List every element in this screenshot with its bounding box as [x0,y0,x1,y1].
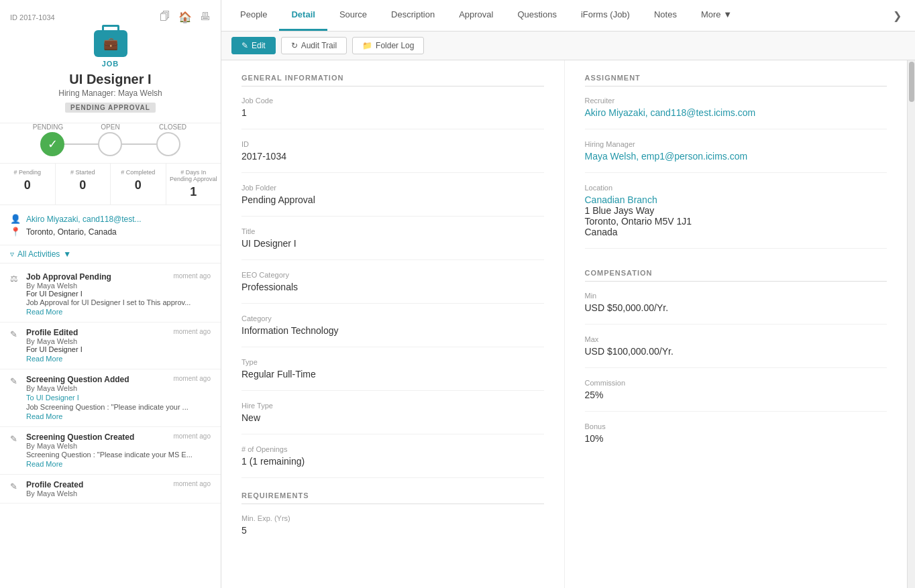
requirements-section: REQUIREMENTS Min. Exp. (Yrs) 5 [241,491,544,546]
progress-dot-1 [98,132,122,156]
stat-completed-value: 0 [113,178,163,192]
field-label-min-comp: Min [585,292,887,300]
activity-for-0: For UI Designer I [26,290,211,298]
tab-next-button[interactable]: ❯ [886,0,908,31]
activity-header-3: Screening Question Created moment ago [26,432,211,442]
progress-label-1: OPEN [79,123,142,131]
field-label-location: Location [585,184,887,192]
edit-icon-2: ✎ [10,434,21,469]
location-country: Canada [585,227,887,237]
folder-icon: 📁 [362,41,372,50]
field-value-recruiter[interactable]: Akiro Miyazaki, cand118@test.icims.com [585,107,756,118]
field-value-id: 2017-1034 [241,151,544,162]
sidebar-top-icons: 🗍 🏠 🖶 [160,11,211,23]
field-bonus: Bonus 10% [585,422,887,455]
activity-content-2: Screening Question Added moment ago By M… [26,375,211,421]
stat-pending: # Pending 0 [0,164,56,204]
location-link[interactable]: Canadian Branch [585,194,657,205]
activity-time-2: moment ago [173,375,211,382]
edit-label: Edit [252,41,266,50]
compensation-section: COMPENSATION Min USD $50,000.00/Yr. Max … [585,269,887,455]
audit-trail-label: Audit Trail [301,41,337,50]
tab-people[interactable]: People [228,0,279,31]
audit-trail-button[interactable]: ↻ Audit Trail [281,37,347,54]
stats-row: # Pending 0 # Started 0 # Completed 0 # … [0,163,221,205]
stat-days-pending: # Days In Pending Approval 1 [166,164,221,204]
activity-title-2: Screening Question Added [26,375,129,384]
compensation-header: COMPENSATION [585,269,887,282]
activity-for-1: For UI Designer I [26,345,211,353]
filter-chevron: ▼ [63,249,71,259]
field-commission: Commission 25% [585,379,887,412]
tab-questions[interactable]: Questions [505,0,569,31]
sidebar-id: ID 2017-1034 [10,13,55,21]
activity-desc-3: Screening Question : "Please indicate yo… [26,451,211,459]
field-value-eeo: Professionals [241,282,544,292]
field-value-job-folder: Pending Approval [241,194,544,205]
activity-desc-2: Job Screening Question : "Please indicat… [26,403,211,411]
field-min-comp: Min USD $50,000.00/Yr. [585,292,887,325]
edit-icon-1: ✎ [10,376,21,421]
tab-description[interactable]: Description [379,0,447,31]
stat-pending-label: # Pending [3,169,52,176]
stat-started-value: 0 [58,178,108,192]
field-id: ID 2017-1034 [241,140,544,173]
read-more-0[interactable]: Read More [26,308,62,316]
field-hire-type: Hire Type New [241,402,544,434]
field-value-min-comp: USD $50,000.00/Yr. [585,302,887,313]
edit-icon: ✎ [241,41,248,50]
edit-button[interactable]: ✎ Edit [231,37,276,54]
list-item: ✎ Profile Edited moment ago By Maya Wels… [0,322,221,369]
job-label: JOB [102,60,119,68]
field-value-category: Information Technology [241,325,544,336]
list-item: ✎ Screening Question Added moment ago By… [0,369,221,427]
tab-more[interactable]: More ▼ [689,0,744,31]
contact-name-link[interactable]: Akiro Miyazaki, cand118@test... [26,215,142,224]
stat-pending-value: 0 [3,178,52,192]
field-eeo: EEO Category Professionals [241,271,544,304]
list-item: ✎ Screening Question Created moment ago … [0,427,221,475]
activity-content-0: Job Approval Pending moment ago By Maya … [26,272,211,316]
field-value-type: Regular Full-Time [241,369,544,379]
read-more-1[interactable]: Read More [26,355,62,363]
progress-label-2: CLOSED [142,123,204,131]
action-bar: ✎ Edit ↻ Audit Trail 📁 Folder Log [221,32,915,60]
tab-notes[interactable]: Notes [642,0,689,31]
activity-header-0: Job Approval Pending moment ago [26,272,211,282]
activity-title-4: Profile Created [26,480,83,489]
activity-by-2: By Maya Welsh [26,384,211,392]
field-label-recruiter: Recruiter [585,97,887,105]
assignment-header: ASSIGNMENT [585,74,887,86]
activity-time-4: moment ago [173,480,211,487]
activity-title-3: Screening Question Created [26,432,134,442]
field-category: Category Information Technology [241,314,544,347]
contact-location-row: 📍 Toronto, Ontario, Canada [10,227,211,237]
main-scrollbar-thumb[interactable] [909,62,914,102]
general-info-header: GENERAL INFORMATION [241,74,544,86]
field-label-max-comp: Max [585,335,887,343]
contact-info: 👤 Akiro Miyazaki, cand118@test... 📍 Toro… [0,209,221,245]
edit-icon-3: ✎ [10,481,21,497]
field-value-commission: 25% [585,390,887,400]
stat-started-label: # Started [58,169,108,176]
folder-log-label: Folder Log [376,41,414,50]
field-label-commission: Commission [585,379,887,387]
approval-icon: ⚖ [10,274,21,316]
tab-detail[interactable]: Detail [279,0,327,31]
read-more-2[interactable]: Read More [26,412,62,420]
contact-location: Toronto, Ontario, Canada [26,227,117,237]
tab-approval[interactable]: Approval [447,0,505,31]
field-job-folder: Job Folder Pending Approval [241,184,544,217]
activities-filter[interactable]: ▿ All Activities ▼ [0,245,221,263]
folder-log-button[interactable]: 📁 Folder Log [352,37,424,54]
tab-iforms[interactable]: iForms (Job) [569,0,642,31]
detail-left: GENERAL INFORMATION Job Code 1 ID 2017-1… [221,60,565,588]
field-value-hiring-manager[interactable]: Maya Welsh, emp1@person.icims.com [585,151,748,162]
activity-for-link-2[interactable]: To UI Designer I [26,394,79,402]
main-scrollbar[interactable] [907,60,915,588]
field-label-id: ID [241,140,544,148]
activity-time-3: moment ago [173,432,211,440]
activity-content-1: Profile Edited moment ago By Maya Welsh … [26,328,211,363]
tab-source[interactable]: Source [327,0,379,31]
read-more-3[interactable]: Read More [26,460,62,468]
